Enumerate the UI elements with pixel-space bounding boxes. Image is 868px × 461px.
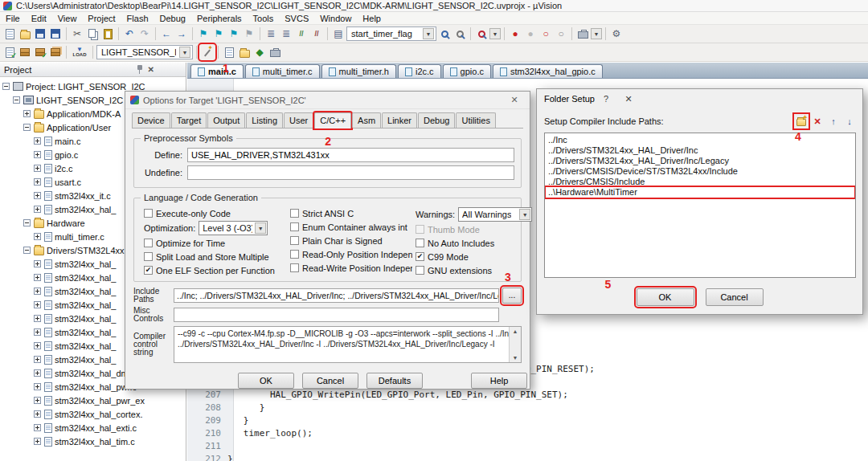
editor-tab[interactable]: gpio.c (443, 64, 491, 78)
pack-installer-icon[interactable] (268, 45, 282, 59)
save-icon[interactable] (33, 27, 47, 41)
defaults-button[interactable]: Defaults (366, 373, 423, 389)
redo-icon[interactable]: ↷ (137, 27, 152, 41)
tree-expander-icon[interactable] (34, 301, 41, 308)
debug-windows-icon[interactable] (575, 27, 590, 41)
options-tab[interactable]: User (284, 112, 313, 128)
tree-expander-icon[interactable] (34, 328, 41, 336)
options-tab[interactable]: Target (171, 112, 207, 128)
move-up-icon[interactable]: ↑ (827, 115, 840, 128)
search-input[interactable]: start_timer_flag ▼ (346, 27, 436, 41)
tree-item[interactable]: stm32l4xx_hal_pwr_ex (0, 394, 186, 407)
move-down-icon[interactable]: ↓ (843, 115, 856, 128)
checkbox[interactable]: No Auto Includes (416, 236, 532, 250)
options-tab[interactable]: Output (207, 112, 245, 128)
download-icon[interactable]: ▼ LOAD (70, 45, 89, 59)
define-input[interactable] (187, 148, 514, 162)
include-path-item[interactable]: ../Drivers/STM32L4xx_HAL_Driver/Inc/Lega… (546, 156, 854, 166)
optimization-select[interactable]: Level 3 (-O3) ▼ (199, 221, 268, 235)
options-for-target-icon[interactable]: 1 (200, 45, 215, 59)
tree-expander-icon[interactable] (34, 342, 41, 349)
navigate-forward-icon[interactable]: → (174, 27, 189, 41)
bookmark-next-icon[interactable]: ⚑ (227, 27, 241, 41)
menu-item[interactable]: View (52, 13, 83, 24)
breakpoint-enable-icon[interactable]: ● (523, 27, 538, 41)
editor-tab[interactable]: multi_timer.h (321, 64, 396, 78)
checkbox[interactable]: Plain Char is Signed (290, 234, 412, 247)
tree-expander-icon[interactable] (34, 369, 41, 377)
checkbox[interactable]: Strict ANSI C (290, 206, 412, 220)
menu-item[interactable]: File (0, 13, 26, 24)
tree-expander-icon[interactable] (34, 233, 41, 240)
new-folder-icon[interactable]: 4 (795, 115, 808, 128)
menu-item[interactable]: Edit (26, 13, 52, 24)
find-in-files-icon[interactable] (452, 27, 467, 41)
tree-expander-icon[interactable] (34, 137, 41, 145)
save-all-icon[interactable] (48, 27, 63, 41)
cancel-button[interactable]: Cancel (302, 373, 358, 389)
copy-icon[interactable] (85, 27, 100, 41)
options-tab[interactable]: Debug (418, 112, 455, 128)
checkbox[interactable]: GNU extensions (416, 263, 532, 277)
editor-tab[interactable]: main.c (190, 64, 244, 78)
checkbox[interactable]: Optimize for Time (144, 236, 287, 250)
tree-expander-icon[interactable] (23, 110, 31, 117)
checkbox[interactable]: Enum Container always int (290, 220, 412, 234)
include-path-item[interactable]: ../Drivers/CMSIS/Include (546, 177, 854, 187)
open-file-icon[interactable] (18, 27, 32, 41)
tree-expander-icon[interactable] (34, 315, 41, 322)
checkbox[interactable]: Read-Write Position Independent (290, 261, 412, 275)
tree-expander-icon[interactable] (23, 124, 31, 131)
ok-button[interactable]: OK 5 (637, 288, 694, 306)
tree-item[interactable]: stm32l4xx_hal_tim.c (0, 434, 186, 448)
help-button[interactable]: Help (471, 373, 527, 389)
menu-item[interactable]: Window (314, 13, 357, 24)
include-paths-browse-button[interactable]: ... 3 (502, 288, 522, 304)
checkbox[interactable]: Thumb Mode (416, 222, 532, 236)
options-tab[interactable]: Asm (352, 112, 381, 128)
close-icon[interactable]: ✕ (617, 91, 640, 107)
include-paths-list[interactable]: ../Inc../Drivers/STM32L4xx_HAL_Driver/In… (544, 133, 856, 278)
scroll-down-icon[interactable]: ▼ (513, 355, 518, 361)
tree-expander-icon[interactable] (34, 151, 41, 158)
tree-expander-icon[interactable] (23, 219, 31, 226)
menu-item[interactable]: SVCS (279, 13, 314, 24)
include-path-item[interactable]: ..\Hardware\MultiTimer (546, 187, 854, 198)
indent-icon[interactable]: ≣ (279, 27, 293, 41)
rebuild-all-icon[interactable]: ✓ (33, 45, 47, 59)
cancel-button[interactable]: Cancel (706, 288, 764, 306)
menu-item[interactable]: Peripherals (191, 13, 248, 24)
tree-expander-icon[interactable] (34, 356, 41, 363)
tree-item[interactable]: stm32l4xx_hal_exti.c (0, 421, 186, 434)
options-tab[interactable]: Device (132, 112, 170, 128)
close-icon[interactable]: ✕ (504, 95, 525, 105)
tree-expander-icon[interactable] (23, 247, 31, 254)
tree-expander-icon[interactable] (34, 165, 41, 172)
checkbox[interactable]: Execute-only Code (144, 206, 287, 220)
configure-icon[interactable]: ⚙ (609, 27, 624, 41)
options-tab[interactable]: Linker (382, 112, 417, 128)
comment-icon[interactable]: // (294, 27, 309, 41)
menu-item[interactable]: Project (82, 13, 121, 24)
breakpoint-disable-all-icon[interactable]: ○ (538, 27, 553, 41)
target-select[interactable]: LIGHT_SENSOR_I2C ▼ (96, 45, 193, 59)
menu-item[interactable]: Flash (121, 13, 154, 24)
ok-button[interactable]: OK (238, 373, 294, 389)
outdent-icon[interactable]: ≣ (264, 27, 278, 41)
chevron-down-icon[interactable]: ▼ (519, 209, 530, 220)
chevron-down-icon[interactable]: ▼ (423, 28, 434, 39)
bookmark-prev-icon[interactable]: ⚑ (211, 27, 226, 41)
editor-tab[interactable]: stm32l4xx_hal_gpio.c (493, 64, 603, 78)
tree-expander-icon[interactable] (34, 260, 41, 267)
tree-expander-icon[interactable] (34, 383, 41, 390)
delete-path-icon[interactable]: ✕ (811, 115, 824, 128)
include-path-item[interactable]: ../Drivers/STM32L4xx_HAL_Driver/Inc (546, 145, 854, 156)
tree-expander-icon[interactable] (34, 288, 41, 295)
paste-icon[interactable] (100, 27, 115, 41)
menu-item[interactable]: Help (357, 13, 387, 24)
undefine-input[interactable] (187, 165, 514, 180)
close-icon[interactable]: ✕ (148, 66, 154, 74)
find-icon[interactable] (437, 27, 452, 41)
undo-icon[interactable]: ↶ (122, 27, 137, 41)
misc-controls-input[interactable] (174, 308, 499, 322)
